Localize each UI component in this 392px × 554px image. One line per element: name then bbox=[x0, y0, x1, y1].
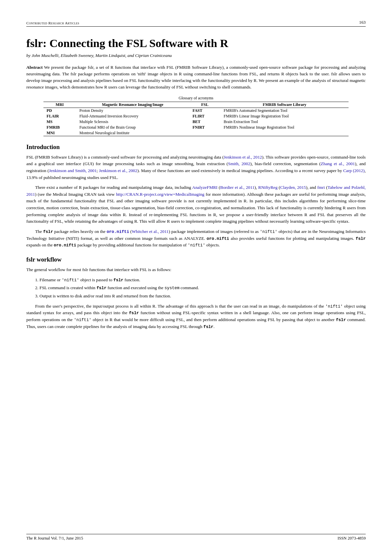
abstract-text: Abstract We present the package fslr, a … bbox=[26, 64, 366, 90]
glossary-row: PDProton DensityFASTFMRIB's Automated Se… bbox=[43, 108, 349, 113]
workflow-step-2: FSL command is created within fslr funct… bbox=[39, 285, 366, 291]
glossary-cell-0-3: FMRIB Software Library bbox=[221, 102, 349, 108]
ref-fmri[interactable]: fmri bbox=[317, 185, 325, 190]
ref-jenkinson-smith-2001[interactable]: Jenkinson and Smith, 2001 bbox=[49, 168, 97, 173]
glossary-cell-0-1: Magnetic Resonance Imaging/Image bbox=[76, 102, 189, 108]
ref-bordier[interactable]: Bordier et al., 2011 bbox=[220, 185, 254, 190]
glossary-cell-0-0: MRI bbox=[43, 102, 76, 108]
ref-jenkinson-2002[interactable]: Jenkinson et al., 2002 bbox=[99, 168, 137, 173]
glossary-cell-1-3: FMRIB's Automated Segmentation Tool bbox=[221, 108, 349, 113]
workflow-paragraph: From the user's perspective, the input/o… bbox=[26, 303, 366, 330]
page: Contributed Research Articles 163 fslr: … bbox=[0, 0, 392, 554]
glossary-cell-1-1: Proton Density bbox=[76, 108, 189, 113]
footer-journal: The R Journal Vol. 7/1, June 2015 bbox=[26, 536, 83, 541]
glossary-row: FMRIBFunctional MRI of the Brain GroupFN… bbox=[43, 125, 349, 130]
glossary-cell-3-2: BET bbox=[189, 119, 221, 125]
page-header: Contributed Research Articles 163 bbox=[26, 20, 366, 27]
workflow-section: fslr workflow The general workflow for m… bbox=[26, 256, 366, 330]
glossary-cell-2-0: FLAIR bbox=[43, 113, 76, 119]
glossary-row: MNIMontreal Neurological Institute bbox=[43, 130, 349, 136]
glossary-row: MRIMagnetic Resonance Imaging/ImageFSLFM… bbox=[43, 102, 349, 108]
ref-rniftyreg[interactable]: RNiftyReg bbox=[258, 185, 278, 190]
glossary-cell-1-0: PD bbox=[43, 108, 76, 113]
glossary-cell-2-3: FMRIB's Linear Image Registration Tool bbox=[221, 113, 349, 119]
glossary-cell-4-1: Functional MRI of the Brain Group bbox=[76, 125, 189, 130]
introduction-para-1: FSL (FMRIB Software Library) is a common… bbox=[26, 154, 366, 181]
abstract-label: Abstract bbox=[26, 65, 43, 70]
workflow-step-3: Output is written to disk and/or read in… bbox=[39, 293, 366, 300]
glossary-cell-4-0: FMRIB bbox=[43, 125, 76, 130]
glossary-cell-4-3: FMRIB's Nonlinear Image Registration Too… bbox=[221, 125, 349, 130]
introduction-section: Introduction FSL (FMRIB Software Library… bbox=[26, 143, 366, 249]
glossary-cell-1-2: FAST bbox=[189, 108, 221, 113]
glossary-cell-5-3 bbox=[221, 130, 349, 136]
page-footer: The R Journal Vol. 7/1, June 2015 ISSN 2… bbox=[26, 534, 366, 541]
glossary-cell-3-0: MS bbox=[43, 119, 76, 125]
link-cran-medical-imaging[interactable]: http://CRAN.R-project.org/view=MedicalIm… bbox=[116, 192, 204, 197]
glossary-cell-2-1: Fluid-Attenuated Inversion Recovery bbox=[76, 113, 189, 119]
article-authors: by John Muschelli, Elizabeth Sweeney, Ma… bbox=[26, 53, 366, 58]
abstract-body: We present the package fslr, a set of R … bbox=[26, 65, 366, 89]
glossary-cell-2-2: FLIRT bbox=[189, 113, 221, 119]
glossary-table: MRIMagnetic Resonance Imaging/ImageFSLFM… bbox=[43, 102, 349, 136]
glossary-cell-5-1: Montreal Neurological Institute bbox=[76, 130, 189, 136]
introduction-para-3: The fslr package relies heavily on the o… bbox=[26, 228, 366, 249]
ref-zhang-2001[interactable]: Zhang et al., 2001 bbox=[321, 161, 355, 166]
workflow-step-1: Filename or 'nifti' object is passed to … bbox=[39, 277, 366, 284]
header-section-label: Contributed Research Articles bbox=[26, 21, 79, 25]
introduction-title: Introduction bbox=[26, 143, 366, 151]
article-title: fslr: Connecting the FSL Software with R bbox=[26, 37, 366, 50]
introduction-para-2: There exist a number of R packages for r… bbox=[26, 184, 366, 225]
glossary-row: MSMultiple SclerosisBETBrain Extraction … bbox=[43, 119, 349, 125]
abstract: Abstract We present the package fslr, a … bbox=[26, 64, 366, 90]
glossary-row: FLAIRFluid-Attenuated Inversion Recovery… bbox=[43, 113, 349, 119]
glossary-cell-3-3: Brain Extraction Tool bbox=[221, 119, 349, 125]
ref-carp-2012[interactable]: Carp (2012) bbox=[343, 168, 365, 173]
footer-issn: ISSN 2073-4859 bbox=[338, 536, 366, 541]
glossary-cell-5-0: MNI bbox=[43, 130, 76, 136]
ref-clayden[interactable]: Clayden, 2015 bbox=[280, 185, 306, 190]
ref-smith-2002[interactable]: Smith, 2002 bbox=[228, 161, 250, 166]
workflow-steps-list: Filename or 'nifti' object is passed to … bbox=[39, 277, 366, 300]
workflow-title: fslr workflow bbox=[26, 256, 366, 263]
glossary-caption: Glossary of acronyms bbox=[26, 96, 366, 101]
glossary-container: Glossary of acronyms MRIMagnetic Resonan… bbox=[26, 96, 366, 136]
workflow-intro: The general workflow for most fslr funct… bbox=[26, 266, 366, 273]
glossary-cell-0-2: FSL bbox=[189, 102, 221, 108]
glossary-cell-4-2: FNIRT bbox=[189, 125, 221, 130]
ref-analyzefmri[interactable]: AnalyzeFMRI bbox=[192, 185, 218, 190]
ref-oro-nifti[interactable]: oro.nifti bbox=[107, 229, 129, 234]
ref-jenkinson-2012[interactable]: Jenkinson et al., 2012 bbox=[224, 155, 262, 160]
glossary-cell-5-2 bbox=[189, 130, 221, 136]
ref-whitcher[interactable]: Whitcher et al., 2011 bbox=[132, 229, 169, 234]
glossary-cell-3-1: Multiple Sclerosis bbox=[76, 119, 189, 125]
page-number: 163 bbox=[359, 20, 366, 25]
